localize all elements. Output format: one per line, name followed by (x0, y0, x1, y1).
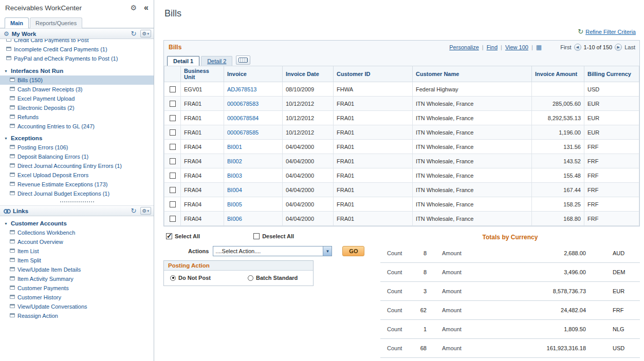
links-gear-menu-button[interactable]: ⚙ ▾ (140, 207, 151, 215)
select-all-control[interactable]: Select All (166, 233, 200, 239)
group-header-exceptions[interactable]: ▼ Exceptions (0, 134, 154, 143)
bill-row: FRA01 0000678585 10/12/2012 FRA01 ITN Wh… (164, 125, 639, 140)
billing-currency-cell: EUR (584, 97, 639, 111)
sidebar-item[interactable]: Posting Errors (106) (0, 143, 154, 152)
row-checkbox[interactable] (170, 173, 176, 179)
invoice-link[interactable]: 0000678584 (227, 115, 259, 121)
view-100-link[interactable]: View 100 (505, 44, 528, 50)
select-all-checkbox[interactable] (166, 233, 172, 239)
sidebar-item[interactable]: PayPal and eCheck Payments to Post (1) (0, 54, 154, 63)
tab-reports-queries[interactable]: Reports/Queries (30, 17, 82, 28)
sidebar-item[interactable]: Credit Card Payments to Post (0, 39, 154, 45)
sidebar-item[interactable]: Cash Drawer Receipts (3) (0, 85, 154, 94)
invoice-link[interactable]: BI002 (227, 158, 242, 164)
row-checkbox[interactable] (170, 144, 176, 150)
column-header-business-unit: Business Unit (181, 66, 224, 82)
sidebar-item[interactable]: Reassign Action (0, 311, 154, 320)
invoice-link[interactable]: ADJ678513 (227, 86, 257, 92)
row-checkbox[interactable] (170, 86, 176, 92)
tab-main[interactable]: Main (5, 17, 29, 28)
sidebar-item[interactable]: Customer History (0, 293, 154, 302)
row-checkbox[interactable] (170, 158, 176, 164)
invoice-link[interactable]: BI003 (227, 173, 242, 179)
tab-detail-2[interactable]: Detail 2 (201, 56, 232, 66)
my-work-refresh-icon[interactable]: ↻ (131, 30, 137, 37)
batch-standard-radio[interactable] (248, 275, 253, 281)
row-checkbox[interactable] (170, 187, 176, 193)
invoice-link[interactable]: 0000678583 (227, 101, 259, 107)
sidebar-item[interactable]: Excel Payment Upload (0, 94, 154, 103)
invoice-link[interactable]: 0000678585 (227, 129, 259, 136)
sidebar-item[interactable]: Direct Journal Accounting Entry Errors (… (0, 161, 154, 170)
sidebar-item-label: Item Split (17, 257, 41, 263)
invoice-amount-cell: 168.80 (532, 212, 584, 226)
my-work-gear-menu-button[interactable]: ⚙ ▾ (140, 30, 151, 37)
sidebar-item-label: Revenue Estimate Exceptions (173) (17, 181, 107, 187)
pager-last-link[interactable]: Last (624, 44, 635, 50)
action-select[interactable]: ....Select Action.... ▼ (213, 246, 332, 256)
sidebar-item[interactable]: Bills (150) (0, 75, 154, 85)
sidebar-item[interactable]: Accounting Entries to GL (247) (0, 122, 154, 131)
invoice-date-cell: 04/04/2000 (283, 154, 334, 168)
row-checkbox[interactable] (170, 129, 176, 136)
links-refresh-icon[interactable]: ↻ (131, 207, 137, 214)
invoice-link[interactable]: BI001 (227, 144, 242, 150)
select-column-header (164, 66, 181, 82)
batch-standard-option[interactable]: Batch Standard (248, 275, 298, 281)
row-checkbox[interactable] (170, 201, 176, 207)
sidebar-item[interactable]: Direct Journal Budget Exceptions (1) (0, 189, 154, 198)
group-header-interfaces-not-run[interactable]: ▼ Interfaces Not Run (0, 66, 154, 75)
invoice-date-cell: 08/10/2009 (283, 82, 334, 97)
count-value: 62 (406, 307, 427, 313)
invoice-link[interactable]: BI005 (227, 201, 242, 207)
deselect-all-checkbox[interactable] (253, 233, 260, 239)
bill-row: FRA04 BI004 04/04/2000 FRA01 ITN Wholesa… (164, 183, 639, 197)
pager-first-link[interactable]: First (560, 44, 571, 50)
tab-detail-1[interactable]: Detail 1 (167, 56, 199, 66)
deselect-all-control[interactable]: Deselect All (253, 233, 294, 239)
sidebar-item-label: Item Activity Summary (17, 276, 73, 282)
sidebar-item-label: Excel Payment Upload (17, 96, 75, 102)
sidebar-item[interactable]: Item List (0, 246, 154, 256)
customer-id-cell: FHWA (334, 82, 413, 97)
personalize-link[interactable]: Personalize (449, 44, 479, 50)
download-grid-icon[interactable]: ▦ (536, 44, 542, 50)
row-checkbox[interactable] (170, 216, 176, 222)
workcenter-settings-gear-icon[interactable]: ⚙ (131, 4, 137, 12)
sidebar-item[interactable]: View/Update Conversations (0, 302, 154, 311)
sidebar-item[interactable]: Collections Workbench (0, 228, 154, 237)
business-unit-cell: FRA04 (181, 140, 224, 154)
group-header-customer-accounts[interactable]: ▼ Customer Accounts (0, 219, 154, 228)
pager-previous-button[interactable]: ◀ (574, 44, 581, 51)
dropdown-arrow-icon[interactable]: ▼ (323, 246, 332, 256)
find-link[interactable]: Find (487, 44, 498, 50)
row-checkbox[interactable] (170, 101, 176, 107)
invoice-link[interactable]: BI004 (227, 187, 242, 193)
sidebar-item[interactable]: Customer Payments (0, 283, 154, 293)
sidebar-item[interactable]: Revenue Estimate Exceptions (173) (0, 180, 154, 189)
go-button[interactable]: GO (342, 246, 364, 256)
invoice-link[interactable]: BI006 (227, 216, 242, 222)
sidebar-item-label: Deposit Balancing Errors (1) (17, 154, 88, 160)
refine-refresh-icon[interactable]: ↻ (578, 28, 583, 35)
group-label: Exceptions (11, 135, 42, 141)
sidebar-item[interactable]: Deposit Balancing Errors (1) (0, 152, 154, 161)
sidebar-item[interactable]: Excel Upload Deposit Errors (0, 170, 154, 180)
invoice-date-cell: 04/04/2000 (283, 212, 334, 226)
pager-next-button[interactable]: ▶ (615, 44, 622, 51)
sidebar-item[interactable]: View/Update Item Details (0, 265, 154, 274)
sidebar-item[interactable]: Electronic Deposits (2) (0, 103, 154, 112)
show-all-columns-button[interactable] (236, 55, 250, 65)
refine-filter-criteria-link[interactable]: Refine Filter Criteria (585, 29, 636, 35)
sidebar-item[interactable]: Item Split (0, 256, 154, 265)
sidebar-item[interactable]: Incomplete Credit Card Payments (1) (0, 45, 154, 54)
sidebar-item[interactable]: Item Activity Summary (0, 274, 154, 283)
column-header-invoice: Invoice (224, 66, 283, 82)
row-checkbox[interactable] (170, 115, 176, 121)
sidebar-item[interactable]: Refunds (0, 112, 154, 122)
sidebar-item[interactable]: Account Overview (0, 237, 154, 246)
do-not-post-option[interactable]: Do Not Post (170, 275, 211, 281)
customer-id-cell: FRA01 (334, 183, 413, 197)
do-not-post-radio[interactable] (170, 275, 176, 281)
collapse-sidebar-icon[interactable]: « (144, 3, 149, 12)
